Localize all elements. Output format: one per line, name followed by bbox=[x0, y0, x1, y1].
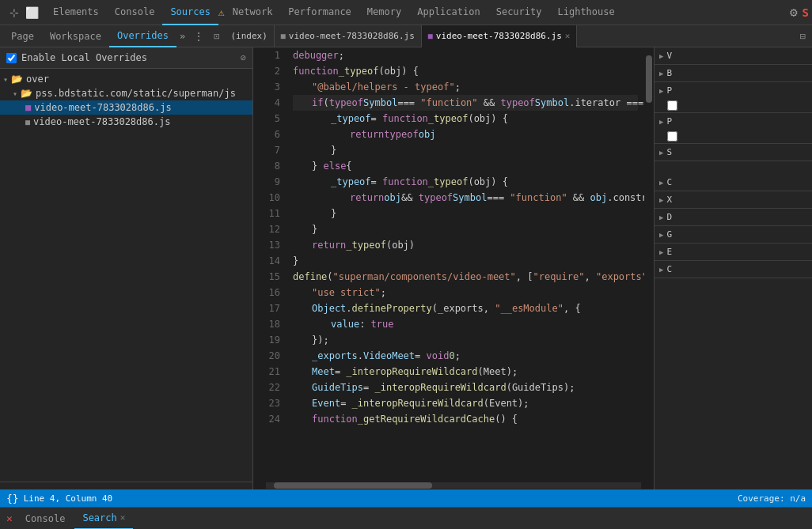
curly-braces-icon[interactable]: {} bbox=[6, 493, 19, 504]
file-js-gray-icon: ■ bbox=[25, 118, 30, 127]
code-line-2: function _typeof(obj) { bbox=[293, 63, 638, 79]
right-section-b-header[interactable]: ▶ B bbox=[655, 65, 812, 81]
line-numbers: 123456 789101112 131415161718 1920212223… bbox=[253, 47, 286, 482]
section-g-label: G bbox=[666, 229, 672, 240]
subtab-workspace[interactable]: Workspace bbox=[42, 25, 109, 47]
file-tab-index-label: (index) bbox=[230, 31, 267, 41]
file-tab-video-js-1-label: video-meet-7833028d86.js bbox=[289, 31, 415, 41]
subtab-overrides[interactable]: Overrides bbox=[109, 25, 176, 47]
file-tab-index[interactable]: (index) bbox=[224, 25, 274, 47]
section-c2-label: C bbox=[666, 264, 672, 274]
tab-sources[interactable]: Sources bbox=[162, 0, 218, 25]
section-p2-chevron: ▶ bbox=[659, 118, 663, 126]
clear-overrides-icon[interactable]: ⊘ bbox=[241, 52, 246, 63]
right-section-d-header[interactable]: ▶ D bbox=[655, 209, 812, 225]
section-p1-label: P bbox=[666, 85, 672, 96]
file-tab-video-js-2[interactable]: ■ video-meet-7833028d86.js ✕ bbox=[422, 25, 578, 47]
code-line-20: _exports.VideoMeet = void 0; bbox=[293, 348, 638, 364]
format-icon[interactable]: ⊡ bbox=[209, 31, 224, 42]
section-e-chevron: ▶ bbox=[659, 248, 663, 256]
subtab-page[interactable]: Page bbox=[3, 25, 42, 47]
tab-elements[interactable]: Elements bbox=[45, 0, 107, 25]
section-b-chevron: ▶ bbox=[659, 70, 663, 77]
section-s-label: S bbox=[666, 147, 672, 157]
bottom-tab-search-label: Search bbox=[82, 512, 116, 523]
right-section-d: ▶ D bbox=[655, 209, 812, 226]
tab-security[interactable]: Security bbox=[488, 0, 550, 25]
left-panel: Enable Local Overrides ⊘ ▾ 📂 over ▾ 📂 ps… bbox=[0, 47, 253, 489]
right-section-x-header[interactable]: ▶ X bbox=[655, 191, 812, 208]
right-section-p2-item[interactable] bbox=[655, 130, 812, 143]
right-section-p1-header[interactable]: ▶ P bbox=[655, 82, 812, 99]
tree-label-pss: pss.bdstatic.com/static/superman/js bbox=[36, 88, 236, 99]
code-line-14: } bbox=[293, 253, 638, 269]
inspect-icon[interactable]: ⊹ bbox=[8, 5, 21, 21]
bottom-tab-console-label: Console bbox=[25, 513, 66, 524]
scrollbar-thumb[interactable] bbox=[646, 55, 652, 103]
code-line-8: } else { bbox=[293, 158, 638, 174]
code-line-5: _typeof = function _typeof(obj) { bbox=[293, 111, 638, 127]
settings-icon[interactable]: ⚙ bbox=[788, 3, 799, 21]
tree-item-over[interactable]: ▾ 📂 over bbox=[0, 72, 252, 86]
tree-item-file-purple[interactable]: ■ video-meet-7833028d86.js bbox=[0, 100, 252, 115]
horizontal-scrollbar[interactable] bbox=[253, 482, 654, 489]
tab-performance[interactable]: Performance bbox=[280, 0, 359, 25]
h-scroll-right-btn[interactable] bbox=[641, 482, 654, 489]
kebab-menu[interactable]: ⋮ bbox=[188, 30, 209, 43]
h-scroll-left-btn[interactable] bbox=[253, 482, 266, 489]
bottom-tab-search-close[interactable]: ✕ bbox=[120, 512, 126, 523]
right-section-x: ▶ X bbox=[655, 191, 812, 209]
code-line-15: define("superman/components/video-meet",… bbox=[293, 269, 638, 285]
main-area: Enable Local Overrides ⊘ ▾ 📂 over ▾ 📂 ps… bbox=[0, 47, 812, 489]
right-section-p2-header[interactable]: ▶ P bbox=[655, 113, 812, 130]
file-tab-close-button[interactable]: ✕ bbox=[565, 31, 571, 41]
code-line-13: return _typeof(obj) bbox=[293, 237, 638, 253]
file-tab-video-js-1[interactable]: ■ video-meet-7833028d86.js bbox=[275, 25, 422, 47]
enable-overrides-label: Enable Local Overrides bbox=[21, 52, 147, 63]
code-line-17: Object.defineProperty(_exports, "__esMod… bbox=[293, 300, 638, 316]
code-editor[interactable]: debugger; function _typeof(obj) { "@babe… bbox=[286, 47, 644, 482]
right-section-c1: ▶ C bbox=[655, 174, 812, 191]
bottom-tab-search[interactable]: Search ✕ bbox=[74, 508, 133, 530]
status-bar: {} Line 4, Column 40 Coverage: n/a bbox=[0, 489, 812, 507]
right-section-p1-item[interactable] bbox=[655, 99, 812, 112]
right-section-c1-header[interactable]: ▶ C bbox=[655, 174, 812, 191]
tab-lighthouse[interactable]: Lighthouse bbox=[549, 0, 622, 25]
vertical-scrollbar[interactable] bbox=[644, 47, 654, 482]
section-p2-checkbox[interactable] bbox=[667, 131, 677, 142]
code-content: 123456 789101112 131415161718 1920212223… bbox=[253, 47, 654, 482]
right-section-v-header[interactable]: ▶ V bbox=[655, 47, 812, 64]
subtabs-row: Page Workspace Overrides » ⋮ ⊡ (index) ■… bbox=[0, 25, 812, 47]
enable-overrides-checkbox[interactable] bbox=[6, 53, 17, 63]
h-scroll-track[interactable] bbox=[266, 482, 641, 489]
section-p1-checkbox[interactable] bbox=[667, 100, 677, 111]
right-section-c2-header[interactable]: ▶ C bbox=[655, 261, 812, 278]
right-section-c2: ▶ C bbox=[655, 261, 812, 278]
code-line-10: return obj && typeof Symbol === "functio… bbox=[293, 190, 638, 206]
folder-open-icon-2: 📂 bbox=[21, 88, 32, 99]
section-x-chevron: ▶ bbox=[659, 196, 663, 204]
tree-item-pss[interactable]: ▾ 📂 pss.bdstatic.com/static/superman/js bbox=[0, 86, 252, 100]
subtab-more[interactable]: » bbox=[176, 25, 188, 47]
right-section-v: ▶ V bbox=[655, 47, 812, 65]
right-section-e-header[interactable]: ▶ E bbox=[655, 244, 812, 260]
coverage-display: Coverage: n/a bbox=[738, 493, 806, 504]
h-scroll-thumb[interactable] bbox=[274, 482, 432, 489]
tab-application[interactable]: Application bbox=[409, 0, 488, 25]
panel-layout-icon[interactable]: ⊟ bbox=[797, 31, 809, 42]
tab-memory[interactable]: Memory bbox=[359, 0, 409, 25]
resize-handle[interactable] bbox=[0, 482, 252, 489]
file-tab-video-js-2-label: video-meet-7833028d86.js bbox=[436, 31, 562, 41]
code-line-7: } bbox=[293, 142, 638, 158]
section-v-label: V bbox=[666, 51, 672, 61]
device-icon[interactable]: ⬜ bbox=[24, 5, 40, 21]
tab-network[interactable]: Network bbox=[225, 0, 281, 25]
tab-console[interactable]: Console bbox=[107, 0, 163, 25]
file-icon-purple: ■ bbox=[428, 32, 433, 40]
chrome-icon: S bbox=[803, 6, 809, 19]
right-section-g-header[interactable]: ▶ G bbox=[655, 226, 812, 243]
right-section-s-header[interactable]: ▶ S bbox=[655, 144, 812, 161]
bottom-tab-console[interactable]: Console bbox=[17, 508, 74, 530]
tree-item-file-gray[interactable]: ■ video-meet-7833028d86.js bbox=[0, 115, 252, 129]
section-d-chevron: ▶ bbox=[659, 213, 663, 221]
